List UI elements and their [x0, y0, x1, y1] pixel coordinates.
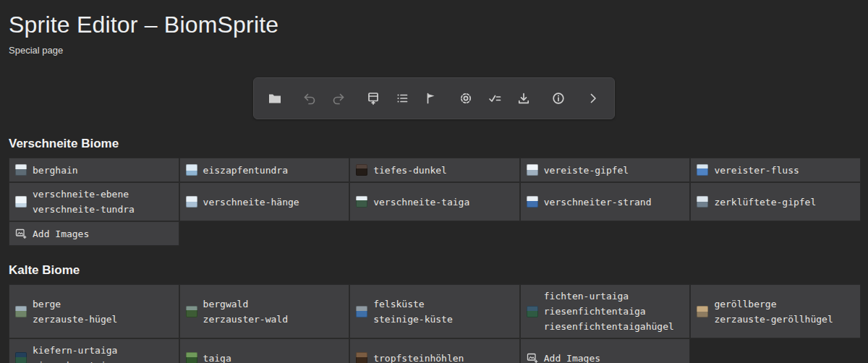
sprite-cell-felskueste[interactable]: felsküste steinige-küste — [349, 284, 520, 338]
sprite-thumbnail-icon — [15, 306, 27, 317]
sprite-label: verschneite-hänge — [203, 195, 299, 210]
sprite-thumbnail-icon — [697, 196, 708, 208]
section-title: Verschneite Biome — [9, 137, 859, 151]
insert-image-button[interactable] — [364, 89, 383, 108]
sprite-label: verschneite-tundra — [33, 202, 135, 217]
sprite-cell-fichten-urtaiga[interactable]: fichten-urtaiga riesenfichtentaiga riese… — [520, 284, 691, 338]
sprite-cell-berge[interactable]: berge zerzauste-hügel — [9, 284, 179, 338]
sprite-cell-verschneiter-strand[interactable]: verschneiter-strand — [520, 182, 691, 221]
list-icon — [395, 91, 409, 106]
chevron-right-icon — [586, 91, 600, 106]
sprite-cell-geroellberge[interactable]: geröllberge zerzauste-geröllhügel — [690, 284, 861, 338]
sprite-thumbnail-icon — [186, 352, 197, 363]
sprite-thumbnail-icon — [186, 306, 197, 317]
section-verschneite-biome: Verschneite Biome berghain eiszapfentund… — [9, 137, 859, 246]
sprite-thumbnail-icon — [527, 196, 538, 208]
sprite-cell-zerklueftete-gipfel[interactable]: zerklüftete-gipfel — [690, 182, 861, 221]
sprite-cell-bergwald[interactable]: bergwald zerzauster-wald — [179, 284, 350, 338]
toolbar-group-expand — [584, 89, 603, 108]
sprite-cell-kiefern-urtaiga[interactable]: kiefern-urtaiga riesenbaumtaiga — [9, 338, 179, 363]
sprite-thumbnail-icon — [186, 196, 197, 208]
add-images-button[interactable]: Add Images — [520, 338, 691, 363]
sprite-label: berge — [33, 296, 117, 312]
sprite-thumbnail-icon — [15, 196, 27, 208]
sprite-label: geröllberge — [714, 296, 833, 312]
sprite-cell-verschneite-ebene-tundra[interactable]: verschneite-ebene verschneite-tundra — [9, 182, 179, 221]
sprite-label: steinige-küste — [373, 312, 453, 327]
sprite-thumbnail-icon — [186, 164, 197, 176]
sprite-label: kiefern-urtaiga — [33, 343, 117, 358]
toolbar-group-history — [300, 89, 348, 108]
sprite-label: eiszapfentundra — [203, 163, 288, 178]
validate-icon — [488, 91, 502, 106]
sprite-label: taiga — [203, 351, 231, 363]
page-subtitle: Special page — [9, 45, 859, 56]
add-image-icon — [527, 352, 538, 363]
sprite-label: zerklüftete-gipfel — [714, 195, 816, 210]
sprite-cell-verschneite-taiga[interactable]: verschneite-taiga — [349, 182, 520, 221]
sprite-label: zerzauster-wald — [203, 312, 288, 327]
validate-button[interactable] — [485, 89, 504, 108]
toolbar-group-tools — [456, 89, 533, 108]
sprite-cell-tiefes-dunkel[interactable]: tiefes-dunkel — [349, 158, 520, 182]
sprite-label: vereister-fluss — [714, 163, 799, 178]
sprite-cell-verschneite-haenge[interactable]: verschneite-hänge — [179, 182, 350, 221]
section-kalte-biome: Kalte Biome berge zerzauste-hügel bergwa… — [9, 263, 859, 363]
sprite-label: tropfsteinhöhlen — [373, 351, 464, 363]
insert-image-icon — [366, 91, 380, 106]
sprite-editor-toolbar — [253, 77, 615, 119]
folder-button[interactable] — [265, 89, 284, 108]
add-images-button[interactable]: Add Images — [9, 221, 179, 246]
sprite-thumbnail-icon — [697, 306, 708, 317]
sprite-label: riesenfichtentaigahügel — [544, 319, 674, 334]
download-button[interactable] — [514, 89, 533, 108]
sprite-cell-taiga[interactable]: taiga — [179, 338, 350, 363]
sprite-thumbnail-icon — [356, 352, 367, 363]
gear-icon — [459, 91, 473, 106]
undo-button[interactable] — [300, 89, 319, 108]
undo-icon — [302, 91, 317, 106]
settings-button[interactable] — [456, 89, 475, 108]
folder-icon — [268, 91, 282, 106]
sprite-thumbnail-icon — [527, 164, 538, 176]
flag-icon — [424, 91, 438, 106]
info-button[interactable] — [549, 89, 568, 108]
redo-button[interactable] — [329, 89, 348, 108]
sprite-cell-vereister-fluss[interactable]: vereister-fluss — [690, 158, 861, 182]
sprite-label: bergwald — [203, 296, 288, 312]
sprite-thumbnail-icon — [15, 164, 27, 176]
sprite-grid: berghain eiszapfentundra tiefes-dunkel v… — [9, 158, 861, 246]
sprite-label: riesenbaumtaiga — [33, 358, 117, 363]
sprite-label: verschneite-ebene — [33, 187, 135, 202]
sprite-thumbnail-icon — [527, 306, 538, 317]
sprite-label: verschneiter-strand — [544, 195, 652, 210]
sprite-cell-berghain[interactable]: berghain — [9, 158, 179, 182]
sprite-label: felsküste — [373, 296, 453, 312]
sprite-label: berghain — [33, 163, 78, 178]
sprite-thumbnail-icon — [356, 196, 367, 208]
add-images-label: Add Images — [33, 226, 89, 242]
sprite-cell-eiszapfentundra[interactable]: eiszapfentundra — [179, 158, 350, 182]
list-button[interactable] — [393, 89, 412, 108]
sprite-label: riesenfichtentaiga — [544, 304, 674, 319]
sprite-label: zerzauste-hügel — [33, 312, 117, 327]
sprite-label: verschneite-taiga — [373, 195, 469, 210]
sprite-label: zerzauste-geröllhügel — [714, 312, 833, 327]
page-title: Sprite Editor – BiomSprite — [9, 12, 859, 38]
sprite-label: fichten-urtaiga — [544, 289, 674, 304]
add-images-label: Add Images — [544, 351, 600, 363]
section-title: Kalte Biome — [9, 263, 859, 278]
expand-button[interactable] — [584, 89, 603, 108]
sprite-label: tiefes-dunkel — [373, 163, 447, 178]
toolbar-group-info — [549, 89, 568, 108]
page-header: Sprite Editor – BiomSprite Special page — [0, 0, 868, 56]
sprite-cell-vereiste-gipfel[interactable]: vereiste-gipfel — [520, 158, 691, 182]
add-image-icon — [15, 228, 27, 239]
sprite-thumbnail-icon — [15, 352, 27, 363]
flag-button[interactable] — [422, 89, 441, 108]
sprite-thumbnail-icon — [356, 306, 367, 317]
info-icon — [551, 91, 566, 106]
sprite-cell-tropfsteinhoehlen[interactable]: tropfsteinhöhlen — [349, 338, 520, 363]
sprite-grid: berge zerzauste-hügel bergwald zerzauste… — [9, 284, 861, 363]
redo-icon — [331, 91, 346, 106]
